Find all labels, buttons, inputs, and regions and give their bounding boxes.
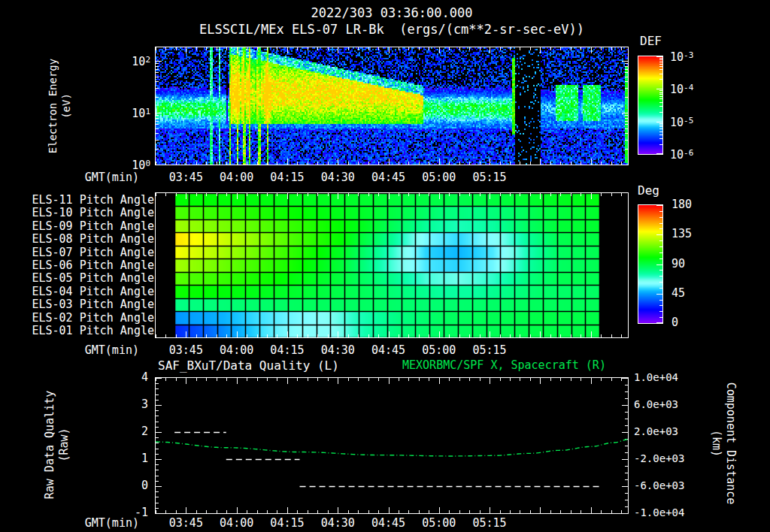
- distance-tick-label: 6.0e+03: [634, 398, 678, 410]
- pitch-row-label: ELS-05 Pitch Angle: [19, 272, 154, 284]
- time-tick-label: 04:30: [315, 171, 360, 183]
- pitch-row-label: ELS-03 Pitch Angle: [19, 298, 154, 310]
- pitch-row-label: ELS-08 Pitch Angle: [19, 233, 154, 245]
- quality-tick-label: 3: [103, 398, 148, 410]
- pitch-row-label: ELS-02 Pitch Angle: [19, 312, 154, 324]
- bottom-right-title: MEXORBMC/SPF X, Spacecraft (R): [402, 358, 606, 372]
- quality-tick-label: 1: [103, 452, 148, 464]
- time-tick-label: 04:45: [366, 171, 411, 183]
- gmt-label-middle: GMT(min): [79, 343, 139, 357]
- bottom-left-title: SAF_BXuT/Data Quality (L): [158, 358, 339, 373]
- def-colorbar: [638, 56, 662, 154]
- time-tick-label: 04:00: [214, 171, 259, 183]
- units-title: (ergs/(cm**2-sr-sec-eV)): [399, 22, 584, 37]
- electron-energy-axis-label: Electron Energy (eV): [46, 59, 73, 153]
- time-tick-label: 03:45: [163, 171, 208, 183]
- time-tick-label: 04:00: [214, 344, 259, 356]
- time-tick-label: 04:15: [265, 344, 310, 356]
- time-tick-label: 05:00: [417, 344, 462, 356]
- time-tick-label: 04:15: [265, 171, 310, 183]
- def-colorbar-title: DEF: [640, 34, 662, 48]
- pitch-row-label: ELS-09 Pitch Angle: [19, 220, 154, 232]
- quality-distance-panel: [156, 378, 628, 513]
- time-tick-label: 05:00: [417, 171, 462, 183]
- time-tick-label: 05:15: [467, 344, 512, 356]
- pitch-row-label: ELS-10 Pitch Angle: [19, 207, 154, 219]
- pitch-row-label: ELS-11 Pitch Angle: [19, 194, 154, 206]
- def-tick-label: 10-4: [670, 82, 693, 95]
- quality-tick-label: 4: [103, 371, 148, 383]
- plot-screen: 2022/303 03:36:00.000 ELSSCIL/MEx ELS-07…: [0, 0, 770, 532]
- time-tick-label: 03:45: [163, 344, 208, 356]
- distance-tick-label: -2.0e+03: [634, 452, 684, 464]
- time-tick-label: 04:00: [214, 517, 259, 529]
- distance-tick-label: -6.0e+03: [634, 479, 684, 491]
- deg-colorbar: [638, 205, 662, 323]
- def-tick-label: 10-5: [670, 115, 693, 128]
- time-tick-label: 04:45: [366, 517, 411, 529]
- time-tick-label: 04:15: [265, 517, 310, 529]
- deg-tick-label: 180: [671, 198, 692, 210]
- deg-tick-label: 45: [671, 287, 685, 299]
- time-tick-label: 04:30: [315, 517, 360, 529]
- instrument-title: ELSSCIL/MEx ELS-07 LR-Bk: [199, 22, 384, 37]
- deg-tick-label: 0: [671, 316, 678, 328]
- quality-tick-label: -1: [103, 506, 148, 518]
- energy-tick-label: 101: [105, 106, 150, 119]
- distance-tick-label: -1.0e+04: [634, 506, 684, 518]
- energy-tick-label: 102: [105, 54, 150, 68]
- time-tick-label: 03:45: [163, 517, 208, 529]
- deg-colorbar-title: Deg: [638, 183, 659, 198]
- component-distance-axis-label: Component Distance (km): [709, 382, 738, 505]
- pitch-row-label: ELS-04 Pitch Angle: [19, 286, 154, 298]
- quality-tick-label: 0: [103, 479, 148, 491]
- distance-tick-label: 2.0e+03: [634, 425, 678, 437]
- time-tick-label: 05:15: [467, 517, 512, 529]
- deg-tick-label: 135: [671, 228, 692, 240]
- pitch-row-label: ELS-07 Pitch Angle: [19, 246, 154, 258]
- datetime-title: 2022/303 03:36:00.000: [156, 5, 628, 20]
- deg-tick-label: 90: [671, 258, 685, 270]
- def-tick-label: 10-6: [670, 147, 693, 161]
- pitch-angle-panel: [156, 193, 628, 337]
- raw-data-quality-axis-label: Raw Data Quality (Raw): [43, 391, 71, 500]
- pitch-row-label: ELS-01 Pitch Angle: [19, 325, 154, 337]
- spectrogram-panel: [156, 47, 628, 165]
- gmt-label-top: GMT(min): [79, 171, 139, 184]
- time-tick-label: 04:30: [315, 344, 360, 356]
- pitch-row-label: ELS-06 Pitch Angle: [19, 259, 154, 271]
- quality-tick-label: 2: [103, 425, 148, 437]
- time-tick-label: 05:15: [467, 171, 512, 183]
- time-tick-label: 04:45: [366, 344, 411, 356]
- energy-tick-label: 100: [105, 158, 150, 171]
- def-tick-label: 10-3: [670, 50, 693, 63]
- plot-title: ELSSCIL/MEx ELS-07 LR-Bk (ergs/(cm**2-sr…: [80, 22, 703, 37]
- time-tick-label: 05:00: [417, 517, 462, 529]
- distance-tick-label: 1.0e+04: [634, 371, 678, 383]
